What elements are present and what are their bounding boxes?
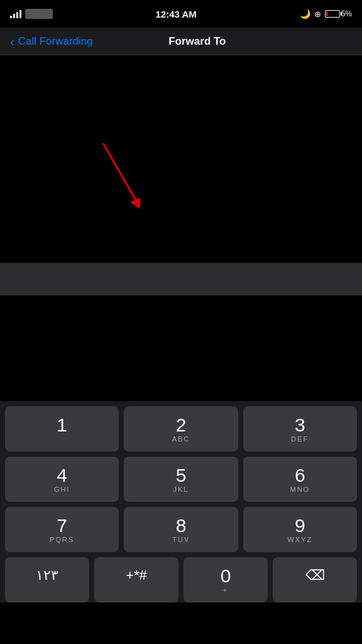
key-0-digit: 0 — [221, 565, 231, 586]
key-5-letters: JKL — [173, 486, 189, 494]
location-icon: ⊕ — [314, 9, 321, 19]
key-3[interactable]: 3 DEF — [243, 406, 357, 452]
keypad-row-1: 1 2 ABC 3 DEF — [5, 406, 357, 452]
keypad-row-3: 7 PQRS 8 TUV 9 WXYZ — [5, 507, 357, 552]
key-8[interactable]: 8 TUV — [124, 507, 238, 552]
key-4-digit: 4 — [57, 465, 67, 486]
chevron-left-icon: ‹ — [10, 35, 14, 48]
content-area — [0, 55, 362, 263]
key-2-digit: 2 — [176, 414, 187, 435]
key-1[interactable]: 1 — [5, 406, 119, 452]
key-3-digit: 3 — [295, 414, 305, 435]
key-7-letters: PQRS — [50, 536, 74, 545]
key-7[interactable]: 7 PQRS — [5, 507, 119, 552]
key-9[interactable]: 9 WXYZ — [243, 507, 357, 552]
key-arabic-digits: ١٢٣ — [36, 568, 58, 583]
key-4[interactable]: 4 GHI — [5, 457, 119, 502]
key-3-letters: DEF — [291, 435, 309, 444]
battery-indicator: 5% — [325, 9, 352, 18]
status-time: 12:43 AM — [155, 9, 196, 19]
status-bar: carrier 12:43 AM 🌙 ⊕ 5% — [0, 0, 362, 28]
key-8-letters: TUV — [172, 536, 190, 545]
key-9-digit: 9 — [295, 515, 305, 536]
key-2[interactable]: 2 ABC — [124, 406, 238, 452]
key-6-letters: MNO — [290, 486, 310, 494]
key-arabic-123[interactable]: ١٢٣ — [5, 557, 89, 602]
key-6[interactable]: 6 MNO — [243, 457, 357, 502]
key-4-letters: GHI — [54, 486, 70, 494]
keypad-row-2: 4 GHI 5 JKL 6 MNO — [5, 457, 357, 502]
key-9-letters: WXYZ — [287, 536, 312, 545]
key-8-digit: 8 — [176, 515, 187, 536]
keypad-row-4: ١٢٣ +*# 0 + ⌫ — [5, 557, 357, 602]
signal-bars-icon — [10, 9, 21, 18]
battery-fill — [326, 11, 327, 16]
key-7-digit: 7 — [57, 515, 67, 536]
delete-icon: ⌫ — [305, 567, 325, 584]
phone-input-bar[interactable] — [0, 263, 362, 296]
space-below-input — [0, 296, 362, 401]
phone-number-input[interactable] — [36, 272, 326, 287]
key-delete[interactable]: ⌫ — [273, 557, 357, 602]
key-0[interactable]: 0 + — [184, 557, 268, 602]
key-6-digit: 6 — [295, 465, 305, 486]
battery-percentage: 5% — [341, 9, 352, 18]
battery-icon — [325, 10, 340, 18]
key-1-digit: 1 — [57, 414, 67, 435]
page-title: Forward To — [43, 35, 352, 48]
annotation-arrow — [134, 115, 141, 203]
status-left: carrier — [10, 9, 53, 19]
moon-icon: 🌙 — [300, 9, 310, 19]
key-5-digit: 5 — [176, 465, 187, 486]
status-right: 🌙 ⊕ 5% — [300, 9, 352, 19]
carrier-name: carrier — [25, 9, 53, 19]
key-symbols[interactable]: +*# — [94, 557, 178, 602]
key-0-plus: + — [223, 586, 228, 595]
phone-keypad: 1 2 ABC 3 DEF 4 GHI 5 JKL 6 MNO 7 PQRS — [0, 401, 362, 602]
key-2-letters: ABC — [172, 435, 190, 444]
key-symbols-label: +*# — [126, 568, 147, 583]
key-5[interactable]: 5 JKL — [124, 457, 238, 502]
navigation-bar: ‹ Call Forwarding Forward To — [0, 28, 362, 55]
